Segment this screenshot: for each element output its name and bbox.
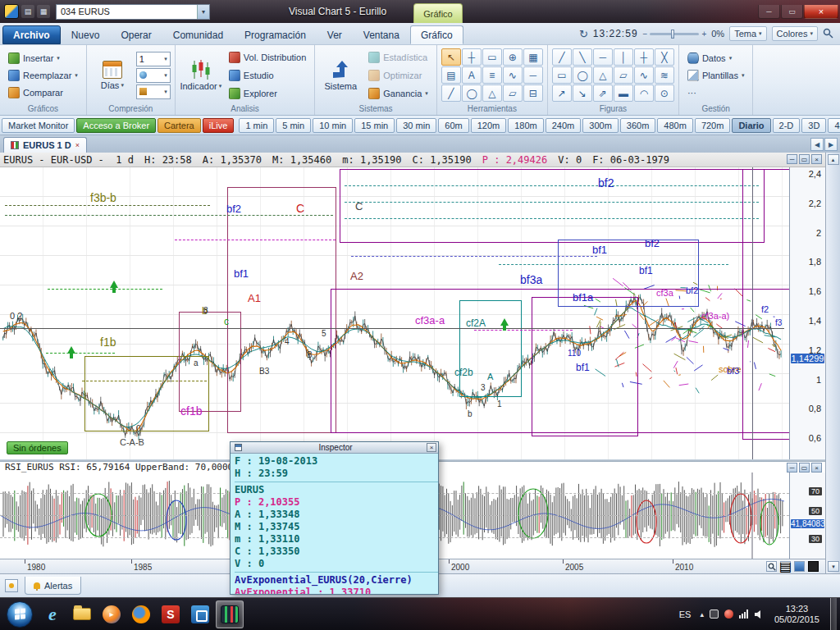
zoom-out-icon[interactable]: −	[643, 30, 648, 39]
herramientas-tool-4[interactable]: ⊕	[503, 48, 523, 66]
save-icon[interactable]	[794, 561, 805, 572]
snapshot-icon[interactable]: ▤	[780, 561, 791, 572]
figuras-tool-9[interactable]: △	[593, 66, 613, 84]
ribbon-tab-nuevo[interactable]: Nuevo	[61, 25, 111, 44]
estadistica-button[interactable]: Estadística	[364, 49, 432, 66]
taskbar-media-player[interactable]: ▸	[98, 600, 126, 628]
timeframe-480m[interactable]: 480m	[657, 118, 693, 133]
herramientas-tool-1[interactable]: ↖	[441, 48, 461, 66]
inspector-window[interactable]: Inspector × F : 19-08-2013H : 23:59EURUS…	[230, 441, 439, 595]
strip-up-icon[interactable]: ▴	[828, 154, 839, 165]
taskbar-clock[interactable]: 13:23 05/02/2015	[769, 604, 824, 625]
explorer-button[interactable]: Explorer	[225, 85, 310, 102]
taskbar-firefox[interactable]	[127, 600, 155, 628]
close-button[interactable]: ×	[804, 5, 838, 19]
zoom-thumb[interactable]	[671, 30, 674, 39]
market-monitor-button[interactable]: Market Monitor	[2, 118, 75, 133]
figuras-tool-14[interactable]: ↘	[573, 84, 592, 102]
herramientas-tool-8[interactable]: ≡	[482, 66, 502, 84]
doc-prev-button[interactable]: ◀	[810, 138, 824, 151]
herramientas-tool-7[interactable]: A	[462, 66, 482, 84]
timeframe-300m[interactable]: 300m	[582, 118, 619, 133]
comparar-button[interactable]: Comparar	[4, 84, 82, 101]
figuras-tool-15[interactable]: ⇗	[593, 84, 613, 102]
herramientas-tool-5[interactable]: ▦	[523, 48, 543, 66]
compression-type-dropdown[interactable]: ▾	[136, 68, 171, 83]
timeframe-3d[interactable]: 3D	[801, 118, 826, 133]
figuras-tool-6[interactable]: ╳	[655, 48, 674, 66]
chart-close-icon[interactable]: ×	[811, 154, 822, 164]
strip-down-icon[interactable]: ▾	[828, 561, 839, 572]
zoom-icon[interactable]	[766, 561, 777, 572]
inspector-close-icon[interactable]: ×	[427, 443, 436, 452]
timeframe-240m[interactable]: 240m	[546, 118, 582, 133]
acceso-a-broker-button[interactable]: Acceso a Broker	[76, 118, 156, 133]
compression-units-spinner[interactable]: 1▾	[136, 52, 171, 66]
figuras-tool-7[interactable]: ▭	[552, 66, 572, 84]
timeframe-diario[interactable]: Diario	[732, 118, 770, 133]
optimizar-button[interactable]: Optimizar	[364, 67, 432, 84]
rsi-close-icon[interactable]: ×	[811, 463, 822, 472]
taskbar-blue-app[interactable]	[186, 600, 214, 628]
qat-new-icon[interactable]: ▦	[37, 5, 50, 18]
figuras-tool-10[interactable]: ▱	[614, 66, 633, 84]
figuras-tool-16[interactable]: ▬	[614, 84, 633, 102]
compress-icon[interactable]	[808, 561, 819, 572]
taskbar-internet-explorer[interactable]: e	[39, 600, 66, 628]
show-desktop-button[interactable]	[830, 598, 837, 630]
qat-save-icon[interactable]: ▤	[21, 5, 34, 18]
ribbon-tab-archivo[interactable]: Archivo	[2, 25, 61, 44]
figuras-tool-8[interactable]: ◯	[573, 66, 592, 84]
insertar-button[interactable]: Insertar▾	[4, 50, 82, 66]
tray-app-icon[interactable]	[710, 609, 719, 619]
taskbar-s-app[interactable]: S	[157, 600, 185, 628]
vol-distribution-button[interactable]: Vol. Distribution	[225, 49, 310, 66]
figuras-tool-1[interactable]: ╱	[552, 48, 572, 66]
figuras-tool-12[interactable]: ≋	[655, 66, 674, 84]
figuras-tool-18[interactable]: ⊙	[655, 84, 674, 102]
ilive-button[interactable]: iLive	[203, 118, 235, 133]
timeframe-30-min[interactable]: 30 min	[396, 118, 436, 133]
zoom-in-icon[interactable]: +	[701, 30, 706, 39]
inspector-titlebar[interactable]: Inspector ×	[231, 442, 438, 454]
price-axis[interactable]: 2,42,221,81,61,41,210,80,61,14299	[789, 167, 825, 459]
chevron-down-icon[interactable]: ▾	[197, 5, 209, 19]
symbol-combo[interactable]: 034 EURUS ▾	[56, 4, 210, 20]
minimize-button[interactable]: ─	[758, 5, 780, 19]
ribbon-tab-ventana[interactable]: Ventana	[353, 25, 410, 44]
rsi-minimize-icon[interactable]: ─	[787, 463, 797, 472]
doc-tab-eurus[interactable]: EURUS 1 D ×	[3, 137, 87, 153]
herramientas-tool-2[interactable]: ┼	[462, 48, 482, 66]
indicador-button[interactable]: Indicador▾	[180, 48, 222, 103]
search-icon[interactable]	[823, 28, 833, 40]
ribbon-tab-programaci-n[interactable]: Programación	[234, 25, 317, 44]
context-tab-group[interactable]: Gráfico	[413, 3, 463, 23]
colores-button[interactable]: Colores▾	[772, 26, 818, 41]
timeframe-720m[interactable]: 720m	[695, 118, 731, 133]
timeframe-120m[interactable]: 120m	[471, 118, 507, 133]
herramientas-tool-10[interactable]: ─	[523, 66, 543, 84]
timeframe-10-min[interactable]: 10 min	[313, 118, 353, 133]
right-scroll-strip[interactable]: ▴ ▾	[825, 153, 840, 573]
start-button[interactable]	[7, 601, 33, 628]
herramientas-tool-15[interactable]: ⊟	[523, 84, 543, 102]
alerts-tab[interactable]: Alertas	[25, 577, 81, 595]
herramientas-tool-13[interactable]: △	[482, 84, 502, 102]
plantillas-button[interactable]: Plantillas▾	[683, 67, 749, 84]
herramientas-tool-11[interactable]: ╱	[441, 84, 461, 102]
reemplazar-button[interactable]: Reemplazar▾	[4, 67, 82, 84]
timeframe-60m[interactable]: 60m	[438, 118, 468, 133]
taskbar-file-explorer[interactable]	[68, 600, 96, 628]
timeframe-180m[interactable]: 180m	[508, 118, 544, 133]
figuras-tool-5[interactable]: ┼	[634, 48, 654, 66]
ribbon-tab-ver[interactable]: Ver	[317, 25, 353, 44]
app-logo-icon[interactable]	[4, 4, 19, 19]
chart-canvas[interactable]: f3b-bbf2CCbf2bf1A1A2bf2bf1bf3abf1bf1acf3…	[0, 167, 789, 459]
ribbon-tab-operar[interactable]: Operar	[110, 25, 162, 44]
zoom-track[interactable]	[650, 33, 699, 35]
refresh-icon[interactable]: ↻	[579, 28, 588, 40]
dias-button[interactable]: Días▾	[91, 48, 134, 103]
estudio-button[interactable]: Estudio	[225, 67, 310, 84]
tema-button[interactable]: Tema▾	[729, 26, 766, 41]
language-indicator[interactable]: ES	[676, 608, 695, 621]
